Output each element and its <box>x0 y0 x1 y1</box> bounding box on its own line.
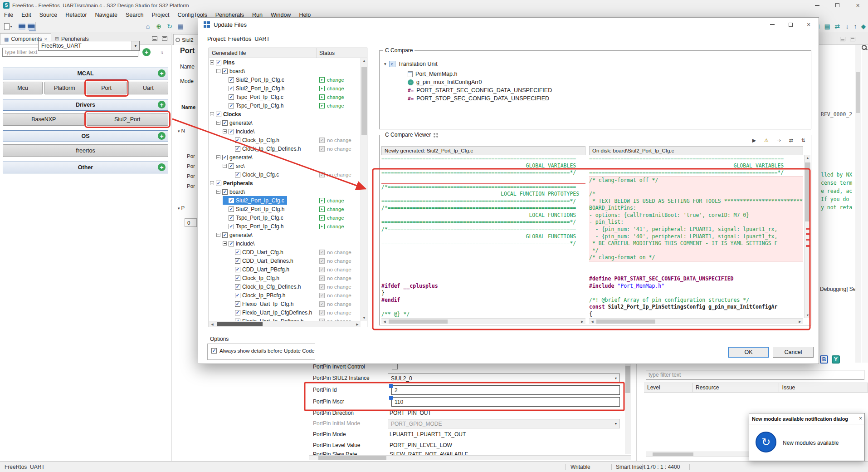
generated-file-row[interactable]: ✓Clock_Ip_Cfg.h✓no change <box>209 274 361 282</box>
drag-handle-icon[interactable] <box>434 133 435 135</box>
add-icon[interactable]: + <box>158 69 166 77</box>
component-basenxp[interactable]: BaseNXP <box>3 113 85 126</box>
property-input[interactable]: 110 <box>391 397 620 407</box>
scroll-left-icon[interactable]: ◀ <box>209 321 215 327</box>
checkbox-checked[interactable]: ✓ <box>229 241 234 246</box>
status-label[interactable]: change <box>327 94 344 100</box>
checkbox-checked[interactable]: ✓ <box>216 181 221 186</box>
minimize-view-icon[interactable] <box>840 37 845 41</box>
collapse-icon[interactable] <box>216 69 220 73</box>
checkbox-checked[interactable]: ✓ <box>216 112 221 117</box>
status-label[interactable]: change <box>327 206 344 212</box>
menu-search[interactable]: Search <box>122 12 148 18</box>
property-input[interactable]: 2 <box>391 385 620 395</box>
generated-file-row[interactable]: ✓Clock_Ip_Cfg_Defines.h✓no change <box>209 282 361 291</box>
pane-left-code[interactable]: ========================================… <box>381 155 585 318</box>
close-button[interactable]: × <box>848 0 868 10</box>
generated-file-row[interactable]: ✓Flexio_Uart_Ip_Defines.h✓no change <box>209 317 361 321</box>
left-pane-hscrollbar[interactable]: ◀ ▶ <box>381 318 585 324</box>
panel-sash[interactable] <box>636 359 637 461</box>
always-show-checkbox[interactable]: ✓ <box>211 348 217 354</box>
checkbox-checked[interactable]: ✓ <box>222 155 228 160</box>
maximize-view-icon[interactable] <box>162 36 167 41</box>
scroll-up-icon[interactable]: ▲ <box>361 58 367 64</box>
collapse-icon[interactable] <box>210 60 214 64</box>
add-icon[interactable]: + <box>158 101 166 108</box>
checkbox-checked[interactable]: ✓ <box>229 163 234 169</box>
compare-item[interactable]: #=PORT_STOP_SEC_CONFIG_DATA_UNSPECIFIED <box>408 95 549 102</box>
component-platform[interactable]: Platform <box>44 82 84 94</box>
project-selector[interactable]: FreeRtos_UART ▼ <box>38 41 140 51</box>
tree-vscrollbar[interactable]: ▲ ▼ <box>361 58 367 321</box>
dialog-minimize-button[interactable] <box>763 19 781 30</box>
generated-file-row[interactable]: ✓Clock_Ip_Cfg_Defines.h✓no change <box>209 144 361 153</box>
generated-file-row[interactable]: ✓Siul2_Port_Ip_Cfg.c▸change <box>209 196 361 205</box>
checkbox-checked[interactable]: ✓ <box>235 250 240 255</box>
generated-file-row[interactable]: ✓Tspc_Port_Ip_Cfg.c▸change <box>209 213 361 222</box>
generated-file-row[interactable]: ✓include\ <box>209 127 361 136</box>
checkbox-checked[interactable]: ✓ <box>222 189 228 195</box>
checkbox-checked[interactable]: ✓ <box>235 301 240 307</box>
generated-file-row[interactable]: ✓Clock_Ip_Cfg.h✓no change <box>209 136 361 144</box>
checkbox-checked[interactable]: ✓ <box>235 310 240 315</box>
status-label[interactable]: change <box>327 77 344 83</box>
scroll-right-icon[interactable]: ▶ <box>797 319 803 324</box>
group-header-drivers[interactable]: Drivers+ <box>3 99 168 111</box>
collapse-icon[interactable] <box>223 129 227 133</box>
generated-files-tree[interactable]: Generated file Status ✓Pins✓board\✓Siul2… <box>209 48 367 327</box>
marker-b-icon[interactable]: B <box>820 355 828 364</box>
save-icon[interactable] <box>17 22 26 31</box>
group-header-other[interactable]: Other+ <box>3 162 168 173</box>
generated-file-row[interactable]: ✓CDD_Uart_Defines.h✓no change <box>209 256 361 265</box>
collapse-icon[interactable] <box>223 164 227 168</box>
compare-item[interactable]: #=PORT_START_SEC_CONFIG_DATA_UNSPECIFIED <box>408 87 552 93</box>
scroll-down-icon[interactable]: ▼ <box>361 315 367 321</box>
compare-item[interactable]: =g_pin_mux_InitConfigArr0 <box>408 79 482 85</box>
generated-file-row[interactable]: ✓Siul2_Port_Ip_Cfg.h▸change <box>209 84 361 93</box>
generated-file-row[interactable]: ✓include\ <box>209 239 361 248</box>
tree-hscrollbar[interactable]: ◀ ▶ <box>209 321 361 327</box>
notification-close-icon[interactable]: × <box>859 415 862 422</box>
generate-report-icon[interactable]: ▤ <box>823 22 832 31</box>
copy-all-icon[interactable]: ⇄ <box>787 137 795 144</box>
swap-panes-icon[interactable]: ⇅ <box>799 137 807 144</box>
new-file-icon[interactable]: ▾ <box>4 22 13 31</box>
checkbox-checked[interactable]: ✓ <box>235 275 240 281</box>
generated-file-row[interactable]: ✓generate\ <box>209 231 361 239</box>
minimize-view-icon[interactable] <box>152 36 157 41</box>
home-icon[interactable]: ⌂ <box>143 22 152 31</box>
generated-file-row[interactable]: ✓Tspc_Port_Ip_Cfg.h▸change <box>209 101 361 110</box>
status-label[interactable]: change <box>327 86 344 91</box>
checkbox-checked[interactable]: ✓ <box>229 224 234 229</box>
add-icon[interactable]: + <box>158 163 166 171</box>
checkbox-checked[interactable]: ✓ <box>229 86 234 91</box>
scroll-right-icon[interactable]: ▶ <box>579 319 585 324</box>
generated-file-row[interactable]: ✓board\ <box>209 187 361 196</box>
checkbox-checked[interactable]: ✓ <box>229 206 234 212</box>
collapse-icon[interactable]: ▾ <box>384 62 386 66</box>
generated-file-row[interactable]: ✓Peripherals <box>209 179 361 187</box>
right-pane-hscrollbar[interactable]: ◀ ▶ <box>589 318 803 324</box>
column-header-level[interactable]: Level <box>644 383 692 392</box>
tab-siul2[interactable]: Siul2 <box>173 34 198 45</box>
column-header-issue[interactable]: Issue <box>779 383 868 392</box>
collapse-icon[interactable] <box>216 121 220 125</box>
column-generated-file[interactable]: Generated file <box>212 50 246 56</box>
status-label[interactable]: change <box>327 198 344 203</box>
next-difference-icon[interactable]: ▶ <box>750 137 758 144</box>
save-all-icon[interactable] <box>26 22 35 31</box>
generated-file-row[interactable]: ✓Flexio_Uart_Ip_Cfg.h✓no change <box>209 300 361 308</box>
checkbox-checked[interactable]: ✓ <box>229 77 234 83</box>
tree-group[interactable]: ▾P <box>178 205 185 211</box>
generated-file-row[interactable]: ✓Siul2_Port_Ip_Cfg.h▸change <box>209 205 361 213</box>
properties-hscrollbar[interactable] <box>309 455 631 460</box>
generated-file-row[interactable]: ✓Flexio_Uart_Ip_CfgDefines.h✓no change <box>209 308 361 317</box>
add-icon[interactable]: + <box>158 132 166 140</box>
column-header-resource[interactable]: Resource <box>692 383 779 392</box>
problems-filter-input[interactable] <box>646 370 864 380</box>
generated-file-row[interactable]: ✓Tspc_Port_Ip_Cfg.h▸change <box>209 222 361 231</box>
status-label[interactable]: change <box>327 215 344 221</box>
menu-project[interactable]: Project <box>148 12 174 18</box>
generated-file-row[interactable]: ✓CDD_Uart_PBcfg.h✓no change <box>209 265 361 274</box>
dialog-maximize-button[interactable] <box>781 19 800 30</box>
